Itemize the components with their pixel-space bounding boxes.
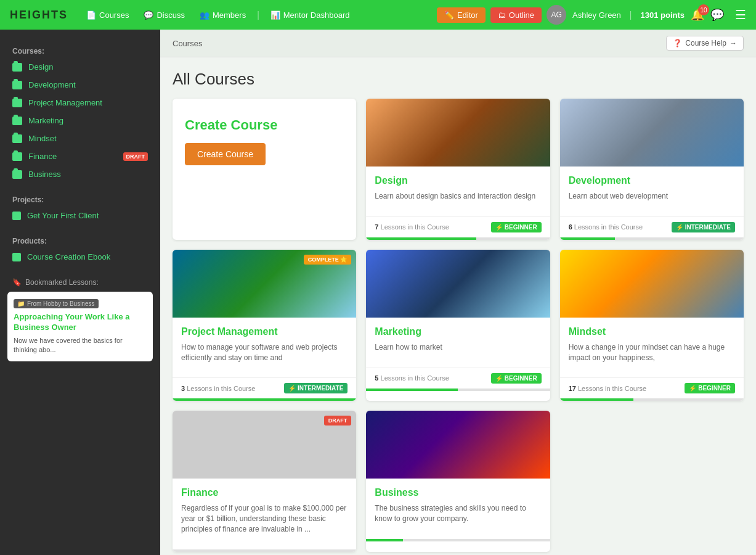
sidebar-item-development[interactable]: Development <box>0 76 160 94</box>
nav-members[interactable]: 👥 Members <box>193 7 252 23</box>
course-desc: Learn how to market <box>375 342 541 353</box>
course-image-mindset <box>560 250 744 318</box>
level-badge: ⚡ INTERMEDIATE <box>672 222 735 232</box>
projects-section-label: Projects: <box>0 191 160 207</box>
bookmarked-from: 📁 From Hobby to Business <box>14 299 99 308</box>
courses-icon: 📄 <box>86 10 96 20</box>
progress-bar <box>173 549 356 552</box>
course-title: Design <box>375 175 541 186</box>
courses-section-label: Courses: <box>0 42 160 58</box>
progress-bar <box>560 237 744 240</box>
lessons-count: 5 Lessons in this Course <box>375 374 449 382</box>
lessons-count: 7 Lessons in this Course <box>375 223 449 231</box>
nav-courses[interactable]: 📄 Courses <box>80 7 135 23</box>
course-card-project-management[interactable]: COMPLETE ⭐ Project Management How to man… <box>173 250 356 401</box>
sidebar-item-ebook[interactable]: Course Creation Ebook <box>0 248 160 266</box>
outline-icon: 🗂 <box>498 10 506 20</box>
course-title: Finance <box>181 487 348 498</box>
course-desc: Learn about design basics and interactio… <box>375 191 541 202</box>
sidebar-item-marketing[interactable]: Marketing <box>0 112 160 130</box>
course-image-pm: COMPLETE ⭐ <box>173 250 356 318</box>
course-title: Business <box>375 487 541 498</box>
progress-bar <box>366 539 550 541</box>
progress-fill <box>366 237 476 240</box>
breadcrumb: Courses <box>173 39 202 48</box>
sidebar-item-design[interactable]: Design <box>0 58 160 76</box>
folder-icon <box>12 117 22 125</box>
points-label: 1301 points <box>640 10 685 20</box>
folder-icon <box>12 81 22 89</box>
level-badge: ⚡ BEGINNER <box>491 222 542 232</box>
course-desc: Regardless of if your goal is to make $1… <box>181 503 348 534</box>
course-help-button[interactable]: ❓ Course Help → <box>666 36 744 51</box>
course-card-body: Business The business strategies and ski… <box>366 479 550 539</box>
course-image-business <box>366 411 550 479</box>
edit-icon: ✏️ <box>444 10 454 20</box>
book-icon <box>12 253 21 261</box>
course-card-marketing[interactable]: Marketing Learn how to market 5 Lessons … <box>366 250 550 401</box>
folder-small-icon: 📁 <box>17 300 25 307</box>
course-desc: Learn about web development <box>569 191 735 202</box>
notification-bell[interactable]: 🔔 10 <box>691 8 704 22</box>
course-title: Development <box>569 175 735 186</box>
lessons-count: 17 Lessons in this Course <box>569 385 647 392</box>
sidebar-item-finance[interactable]: Finance DRAFT <box>0 147 160 165</box>
breadcrumb-bar: Courses ❓ Course Help → <box>160 30 756 57</box>
sidebar-item-mindset[interactable]: Mindset <box>0 130 160 147</box>
folder-icon <box>12 134 22 143</box>
course-footer: 7 Lessons in this Course ⚡ BEGINNER <box>366 216 550 237</box>
course-card-design[interactable]: Design Learn about design basics and int… <box>366 99 550 240</box>
outline-button[interactable]: 🗂 Outline <box>490 7 542 23</box>
complete-badge: COMPLETE ⭐ <box>304 255 352 265</box>
progress-bar <box>173 398 356 401</box>
header-right: AG Ashley Green | 1301 points 🔔 10 💬 ☰ <box>547 5 746 25</box>
bookmarked-section: 🔖 Bookmarked Lessons: 📁 From Hobby to Bu… <box>0 278 160 361</box>
editor-button[interactable]: ✏️ Editor <box>437 7 486 23</box>
course-card-mindset[interactable]: Mindset How a change in your mindset can… <box>560 250 744 401</box>
user-name[interactable]: Ashley Green <box>572 10 621 20</box>
progress-bar <box>366 388 550 391</box>
logo[interactable]: HEIGHTS <box>10 9 68 22</box>
create-course-button[interactable]: Create Course <box>185 143 266 165</box>
sidebar-item-project-management[interactable]: Project Management <box>0 94 160 112</box>
products-section-label: Products: <box>0 232 160 248</box>
draft-card-badge: DRAFT <box>324 416 352 426</box>
course-card-body: Mindset How a change in your mindset can… <box>560 318 744 378</box>
progress-bar <box>366 237 550 240</box>
course-image-development <box>560 99 744 166</box>
progress-bar <box>560 398 744 401</box>
sidebar: Courses: Design Development Project Mana… <box>0 30 160 555</box>
course-card-body: Project Management How to manage your so… <box>173 318 356 378</box>
course-image-design <box>366 99 550 166</box>
course-card-body: Marketing Learn how to market <box>366 318 550 368</box>
level-badge: ⚡ BEGINNER <box>491 373 542 384</box>
course-title: Project Management <box>181 326 348 337</box>
course-card-body: Design Learn about design basics and int… <box>366 166 550 216</box>
course-title: Mindset <box>569 326 735 337</box>
notification-badge: 10 <box>698 4 709 15</box>
course-desc: The business strategies and skills you n… <box>375 503 541 524</box>
course-card-business[interactable]: Business The business strategies and ski… <box>366 411 550 551</box>
chart-icon: 📊 <box>270 10 280 20</box>
course-footer: 3 Lessons in this Course ⚡ INTERMEDIATE <box>173 377 356 398</box>
avatar[interactable]: AG <box>547 5 566 25</box>
help-icon: ❓ <box>673 39 682 47</box>
course-card-development[interactable]: Development Learn about web development … <box>560 99 744 240</box>
create-course-card[interactable]: Create Course Create Course <box>173 99 356 240</box>
progress-fill <box>560 398 633 401</box>
hamburger-menu[interactable]: ☰ <box>735 7 746 22</box>
progress-fill <box>366 388 458 391</box>
bookmarked-card[interactable]: 📁 From Hobby to Business Approaching You… <box>7 292 153 361</box>
course-card-finance[interactable]: DRAFT Finance Regardless of if your goal… <box>173 411 356 551</box>
nav-discuss[interactable]: 💬 Discuss <box>137 7 191 23</box>
level-badge: ⚡ INTERMEDIATE <box>284 383 348 393</box>
chat-icon[interactable]: 💬 <box>710 8 724 22</box>
course-title: Marketing <box>375 326 541 337</box>
course-card-body: Development Learn about web development <box>560 166 744 216</box>
bookmark-icon: 🔖 <box>12 278 22 287</box>
sidebar-item-first-client[interactable]: Get Your First Client <box>0 207 160 224</box>
nav-separator: | <box>257 10 259 20</box>
sidebar-item-business[interactable]: Business <box>0 165 160 183</box>
nav-mentor-dashboard[interactable]: 📊 Mentor Dashboard <box>264 7 356 23</box>
briefcase-icon <box>12 212 21 220</box>
